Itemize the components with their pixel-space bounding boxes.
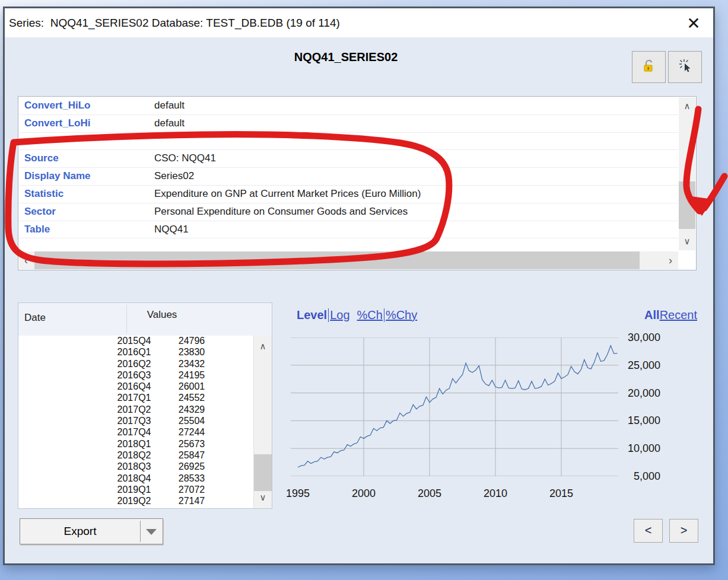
previous-series-button[interactable]: < [634, 519, 663, 543]
property-label: Display Name [24, 170, 91, 182]
property-value: Series02 [154, 170, 194, 182]
click-select-button[interactable] [668, 51, 702, 83]
property-row[interactable]: SectorPersonal Expenditure on Consumer G… [19, 203, 678, 221]
observation-value: 24195 [144, 370, 239, 381]
property-label: Convert_LoHi [24, 117, 90, 129]
observation-row[interactable]: 2018Q326925 [18, 461, 253, 473]
observation-row[interactable]: 2017Q427244 [18, 427, 253, 438]
observation-row[interactable]: 2016Q123830 [18, 347, 253, 358]
observation-row[interactable]: 2018Q428533 [18, 473, 253, 485]
scroll-up-icon[interactable]: ∧ [254, 339, 272, 353]
export-button[interactable]: Export [20, 518, 163, 544]
property-value: default [154, 117, 185, 129]
property-value: NQQ41 [154, 224, 189, 235]
property-value: default [154, 100, 185, 111]
scroll-down-icon[interactable]: ∨ [254, 490, 272, 505]
property-row[interactable]: TableNQQ41 [19, 221, 678, 239]
unlock-button[interactable] [632, 51, 666, 83]
observation-value: 25504 [144, 416, 239, 426]
observation-row[interactable]: 2016Q324195 [18, 370, 253, 381]
properties-horizontal-scrollbar[interactable]: ‹ › [19, 251, 678, 269]
unlocked-padlock-icon [641, 58, 657, 76]
property-row[interactable]: Display NameSeries02 [19, 168, 678, 186]
observation-row[interactable]: 2018Q125673 [18, 439, 253, 450]
y-axis-label: 25,000 [615, 359, 660, 372]
observation-value: 24796 [144, 336, 239, 346]
scroll-left-icon[interactable]: ‹ [19, 251, 33, 269]
series-line [298, 346, 617, 467]
scroll-up-icon[interactable]: ∧ [679, 98, 695, 114]
observation-row[interactable]: 2017Q124552 [18, 393, 253, 404]
observation-value: 25673 [144, 439, 239, 450]
tab-all[interactable]: All [644, 308, 660, 322]
observation-row[interactable]: 2019Q227147 [18, 496, 253, 507]
observation-value: 24329 [144, 404, 239, 415]
export-button-label: Export [20, 519, 140, 544]
tab-pct-chy[interactable]: %Chy [384, 308, 417, 322]
cursor-click-icon [677, 58, 694, 77]
property-value: Personal Expenditure on Consumer Goods a… [154, 206, 408, 218]
property-row[interactable]: SourceCSO: NQQ41 [19, 150, 678, 168]
chart-canvas [291, 337, 618, 476]
observations-scrollbar[interactable]: ∧ ∨ [253, 336, 272, 508]
observation-row[interactable]: 2016Q223432 [18, 359, 253, 370]
scrollbar-thumb[interactable] [34, 251, 640, 269]
property-row[interactable] [19, 133, 678, 151]
x-axis-label: 2005 [409, 486, 450, 501]
property-row[interactable]: Convert_HiLodefault [19, 97, 678, 115]
y-axis-label: 30,000 [615, 331, 660, 344]
split-button-divider [140, 521, 141, 542]
column-separator [126, 304, 127, 334]
observation-value: 27072 [144, 485, 239, 495]
close-icon[interactable]: ✕ [682, 12, 705, 35]
property-row[interactable]: Convert_LoHidefault [19, 115, 678, 133]
tab-recent[interactable]: Recent [660, 308, 697, 322]
observations-table: Date Values 2015Q4247962016Q1238302016Q2… [18, 302, 272, 509]
observations-list: 2015Q4247962016Q1238302016Q2234322016Q32… [18, 336, 253, 508]
observation-value: 25847 [144, 450, 239, 461]
x-axis-label: 2000 [343, 486, 384, 501]
scrollbar-thumb[interactable] [679, 181, 695, 229]
property-row[interactable]: StatisticExpenditure on GNP at Current M… [19, 186, 678, 203]
scroll-down-icon[interactable]: ∨ [679, 234, 695, 249]
x-axis-label: 1995 [277, 486, 319, 501]
date-column-header: Date [24, 312, 46, 324]
observation-row[interactable]: 2019Q127072 [18, 485, 253, 496]
observation-value: 23830 [144, 347, 239, 358]
properties-rows: Convert_HiLodefaultConvert_LoHidefaultSo… [19, 97, 678, 251]
chart-range-tabs: AllRecent [644, 308, 697, 322]
x-axis-label: 2010 [475, 486, 516, 501]
observation-value: 23432 [144, 359, 239, 369]
y-axis-label: 15,000 [615, 414, 660, 427]
property-label: Convert_HiLo [24, 100, 90, 111]
screen: { "window": { "title": "Series: NQQ41_SE… [0, 0, 728, 580]
x-axis-label: 2015 [541, 486, 582, 501]
tab-level[interactable]: Level [297, 308, 327, 322]
properties-vertical-scrollbar[interactable]: ∧ ∨ [679, 97, 695, 250]
observation-row[interactable]: 2017Q224329 [18, 404, 253, 416]
chart-scale-tabs: LevelLog%Ch%Chy [297, 308, 417, 322]
tab-log[interactable]: Log [328, 308, 349, 322]
observation-value: 26001 [144, 381, 239, 392]
tab-pct-ch[interactable]: %Ch [357, 308, 383, 322]
scroll-right-icon[interactable]: › [663, 251, 678, 269]
observation-value: 27147 [144, 496, 239, 506]
next-series-button[interactable]: > [669, 519, 698, 543]
scrollbar-thumb[interactable] [254, 454, 272, 491]
property-value: Expenditure on GNP at Current Market Pri… [154, 188, 421, 200]
observation-row[interactable]: 2018Q225847 [18, 450, 253, 461]
window-title: Series: NQQ41_SERIES02 Database: TEST_DB… [9, 8, 340, 37]
titlebar: Series: NQQ41_SERIES02 Database: TEST_DB… [5, 8, 713, 37]
properties-panel: Convert_HiLodefaultConvert_LoHidefaultSo… [18, 96, 697, 270]
property-value: CSO: NQQ41 [154, 152, 216, 164]
observation-row[interactable]: 2017Q325504 [18, 416, 253, 427]
observation-value: 26925 [144, 461, 239, 472]
y-axis-label: 5,000 [615, 470, 660, 483]
property-label: Sector [24, 206, 56, 218]
values-column-header: Values [132, 309, 192, 321]
property-label: Table [24, 224, 50, 235]
property-label: Source [24, 152, 59, 164]
observation-row[interactable]: 2015Q424796 [18, 336, 253, 347]
observation-row[interactable]: 2016Q426001 [18, 381, 253, 393]
series-name-heading: NQQ41_SERIES02 [5, 50, 687, 64]
